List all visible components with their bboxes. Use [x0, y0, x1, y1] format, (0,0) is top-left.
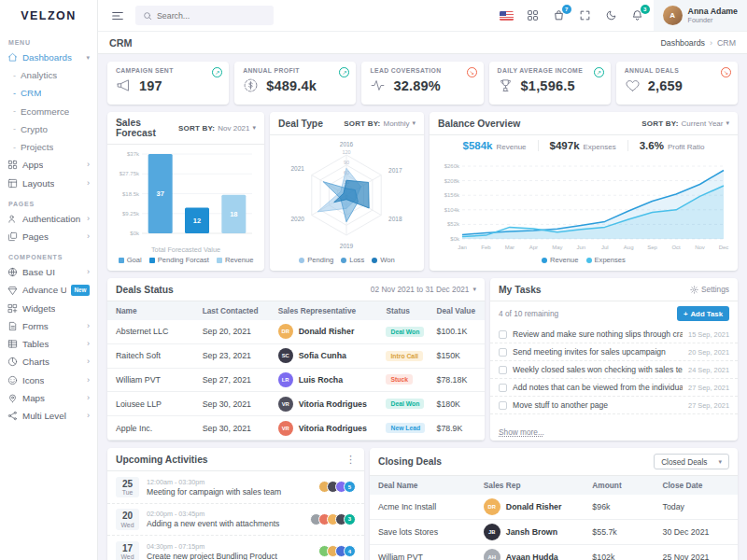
svg-text:Mar: Mar — [505, 245, 514, 250]
task-checkbox[interactable] — [499, 401, 507, 410]
bottom-row: Upcoming Activities ⋮ 25Tue12:00am - 03:… — [107, 448, 738, 560]
caret-down-icon: ▾ — [252, 124, 256, 132]
sidebar-section-label-pages: PAGES — [0, 192, 97, 210]
deals-date-range[interactable]: 02 Nov 2021 to 31 Dec 2021▾ — [371, 285, 476, 294]
deals-table-body: Absternet LLCSep 20, 2021DRDonald Risher… — [107, 320, 485, 441]
chevron-right-icon: › — [710, 38, 712, 48]
activity-day: 20 — [116, 511, 139, 522]
legend-item-won: Won — [372, 256, 394, 264]
activities-list: 25Tue12:00am - 03:30pmMeeting for campai… — [107, 471, 364, 560]
sidebar-item-icons[interactable]: Icons› — [0, 371, 97, 389]
mid-row: Deals Status 02 Nov 2021 to 31 Dec 2021▾… — [107, 278, 738, 441]
sidebar-item-label: Crypto — [21, 123, 48, 135]
breadcrumb-dashboards[interactable]: Dashboards — [661, 38, 705, 48]
add-task-button[interactable]: +Add Task — [677, 306, 729, 321]
task-checkbox[interactable] — [499, 366, 507, 374]
sidebar-item-crypto[interactable]: -Crypto — [0, 120, 97, 138]
notifications-button[interactable]: 3 — [627, 6, 648, 26]
search-box — [135, 6, 274, 25]
deal-type-title: Deal Type — [278, 119, 323, 129]
sidebar-item-widgets[interactable]: Widgets — [0, 300, 97, 317]
caret-down-icon: ▾ — [726, 119, 729, 127]
svg-text:120: 120 — [342, 149, 350, 155]
svg-text:$104k: $104k — [444, 207, 460, 213]
sidebar-item-dashboards[interactable]: Dashboards▾ — [0, 49, 97, 66]
legend-swatch — [149, 258, 155, 263]
task-date: 27 Sep, 2021 — [688, 384, 729, 392]
deal-type-chart: 2016201720182019202020210306090120 Pendi… — [270, 135, 424, 271]
show-more-link[interactable]: Show more... — [490, 424, 738, 441]
svg-text:Dec: Dec — [719, 245, 729, 250]
avatar-count-badge: 4 — [344, 545, 356, 557]
pages-icon — [7, 231, 18, 242]
upcoming-activities-title: Upcoming Activities — [116, 455, 208, 465]
megaphone-icon — [116, 77, 132, 93]
balance-overview-sort[interactable]: SORT BY:Current Year▾ — [641, 119, 729, 128]
deal-name: Raitech Soft — [116, 351, 203, 360]
sales-forecast-sort[interactable]: SORT BY:Nov 2021▾ — [178, 124, 256, 133]
line-chart-svg: $0k$52k$104k$156k$208k$260kJanFebMarAprM… — [438, 161, 729, 252]
activity-item: 20Wed02:00pm - 03:45pmAdding a new event… — [107, 504, 364, 537]
advanceui-icon — [7, 286, 18, 296]
search-input[interactable] — [157, 11, 260, 21]
sidebar-item-charts[interactable]: Charts› — [0, 353, 97, 371]
legend-item-expenses: Expenses — [586, 256, 626, 264]
avatar: JB — [484, 524, 500, 540]
closing-date: Today — [663, 502, 729, 511]
sidebar-item-crm[interactable]: -CRM — [0, 84, 97, 102]
brand-logo[interactable]: VELZON — [0, 0, 97, 31]
deal-type-sort[interactable]: SORT BY:Monthly▾ — [344, 119, 416, 128]
stat-card-campaign-sent: CAMPAIGN SENT↗197 — [107, 62, 229, 105]
deal-name: Absternet LLC — [116, 327, 203, 336]
closing-deals-filter[interactable]: Closed Deals▾ — [654, 454, 729, 469]
language-flag-button[interactable] — [497, 6, 517, 26]
task-checkbox[interactable] — [499, 384, 507, 392]
cart-button[interactable]: 7 — [549, 6, 570, 26]
deal-type-legend: PendingLossWon — [299, 256, 394, 266]
baseui-icon — [7, 267, 18, 277]
avatar: VR — [278, 397, 293, 412]
web-apps-button[interactable] — [523, 6, 543, 26]
hamburger-button[interactable] — [107, 6, 128, 26]
icons-icon — [7, 375, 18, 385]
activities-menu-button[interactable]: ⋮ — [345, 455, 356, 465]
sidebar-item-authentication[interactable]: Authentication› — [0, 210, 97, 228]
activity-time: 12:00am - 03:30pm — [147, 478, 311, 486]
chevron-right-icon: › — [87, 232, 90, 241]
activity-date: 17Wed — [116, 541, 139, 560]
sidebar-item-tables[interactable]: Tables› — [0, 335, 97, 353]
task-item: Move stuff to another page27 Sep, 2021 — [490, 397, 738, 414]
closing-row-acme-inc-install: Acme Inc InstallDRDonald Risher$96kToday — [370, 495, 738, 520]
sidebar-item-label: Ecommerce — [21, 105, 69, 118]
sidebar-item-analytics[interactable]: -Analytics — [0, 66, 97, 84]
tasks-settings-button[interactable]: Settings — [690, 285, 729, 294]
user-menu[interactable]: A Anna Adame Founder — [654, 0, 747, 31]
task-checkbox[interactable] — [499, 348, 507, 357]
sidebar-item-multi-level[interactable]: Multi Level› — [0, 407, 97, 425]
closing-deals-card: Closing Deals Closed Deals▾ Deal NameSal… — [370, 448, 738, 560]
sidebar-item-advance-ui[interactable]: Advance UINew — [0, 281, 97, 299]
sidebar-item-ecommerce[interactable]: -Ecommerce — [0, 103, 97, 120]
sidebar-item-apps[interactable]: Apps› — [0, 156, 97, 174]
avatar: AH — [484, 549, 500, 560]
sidebar-item-base-ui[interactable]: Base UI› — [0, 263, 97, 281]
avatar-count-badge: 3 — [344, 513, 356, 525]
closing-col-close-date: Close Date — [663, 481, 729, 490]
avatar: SC — [278, 348, 293, 363]
trophy-icon — [498, 77, 514, 93]
sidebar-item-pages[interactable]: Pages› — [0, 228, 97, 245]
task-checkbox[interactable] — [499, 330, 507, 339]
legend-item-revenue: Revenue — [217, 256, 253, 264]
svg-text:$0k: $0k — [130, 231, 140, 236]
closing-amount: $102k — [592, 553, 662, 560]
svg-text:2016: 2016 — [340, 141, 354, 147]
sidebar-item-maps[interactable]: Maps› — [0, 389, 97, 407]
sidebar-item-forms[interactable]: Forms› — [0, 317, 97, 335]
balance-overview-legend: RevenueExpenses — [542, 256, 626, 266]
sidebar-item-label: Layouts — [22, 177, 54, 189]
dark-mode-button[interactable] — [601, 6, 622, 26]
sidebar-item-projects[interactable]: -Projects — [0, 138, 97, 156]
sidebar-item-layouts[interactable]: Layouts› — [0, 175, 97, 192]
breadcrumb: Dashboards › CRM — [661, 38, 736, 48]
fullscreen-button[interactable] — [575, 6, 596, 26]
